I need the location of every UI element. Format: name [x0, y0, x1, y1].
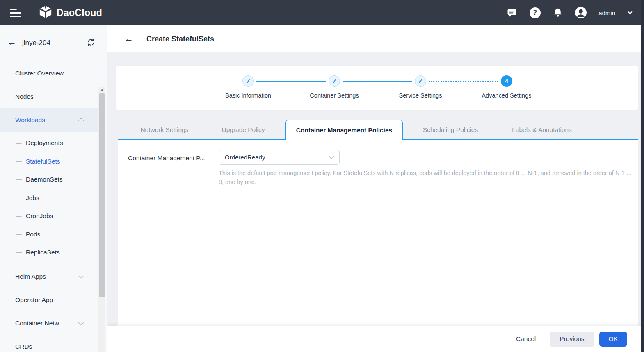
dash-icon — [16, 143, 22, 144]
user-menu-chevron-down-icon[interactable] — [628, 9, 632, 14]
sidebar-item-label: Operator App — [15, 296, 53, 304]
step-label: Service Settings — [377, 92, 464, 99]
sidebar-item-cronjobs[interactable]: CronJobs — [0, 207, 98, 225]
tab-upgrade-policy[interactable]: Upgrade Policy — [222, 120, 265, 140]
sidebar-item-deployments[interactable]: Deployments — [0, 134, 98, 152]
select-chevron-down-icon — [329, 154, 334, 159]
tab-network-settings[interactable]: Network Settings — [140, 120, 188, 140]
sidebar-item-crds[interactable]: CRDs — [0, 335, 98, 352]
tab-panel: Container Management P... OrderedReady T… — [118, 140, 638, 326]
switch-cluster-icon[interactable] — [87, 38, 95, 48]
notifications-bell-icon[interactable] — [552, 7, 564, 19]
step-label: Advanced Settings — [464, 92, 550, 99]
tab-container-management-policies[interactable]: Container Management Policies — [285, 120, 403, 140]
sidebar-item-label: StatefulSets — [26, 158, 60, 165]
container-management-policy-label: Container Management P... — [128, 154, 215, 162]
sidebar-item-replicasets[interactable]: ReplicaSets — [0, 243, 98, 262]
top-navigation-bar: DaoCloud ? admin — [0, 0, 644, 25]
select-value: OrderedReady — [225, 154, 265, 161]
tab-label: Container Management Policies — [296, 127, 392, 134]
workloads-submenu: Deployments StatefulSets DaemonSets Jobs… — [0, 132, 98, 265]
main-content: Basic Information Container Settings Ser… — [107, 52, 641, 352]
step-label: Basic Information — [205, 92, 291, 99]
cluster-name: jinye-204 — [22, 39, 50, 47]
scroll-up-arrow-icon[interactable] — [100, 89, 104, 91]
tab-label: Upgrade Policy — [222, 126, 265, 134]
sidebar-item-label: ReplicaSets — [26, 249, 60, 256]
cancel-button[interactable]: Cancel — [516, 335, 536, 343]
menu-hamburger-icon[interactable] — [10, 9, 21, 17]
chevron-down-icon — [78, 273, 84, 279]
sidebar-item-label: Pods — [26, 231, 40, 238]
step-check-icon — [329, 75, 340, 87]
page-title: Create StatefulSets — [146, 35, 214, 43]
brand-name: DaoCloud — [57, 7, 102, 18]
page-header: ← Create StatefulSets — [107, 25, 641, 52]
sidebar-item-pods[interactable]: Pods — [0, 225, 98, 244]
sidebar-item-container-network[interactable]: Container Netw... — [0, 312, 98, 335]
step-check-icon — [415, 75, 426, 87]
sidebar-item-helm-apps[interactable]: Helm Apps — [0, 265, 98, 288]
sidebar-item-jobs[interactable]: Jobs — [0, 189, 98, 207]
brand-logo[interactable]: DaoCloud — [39, 5, 102, 20]
messages-icon[interactable] — [506, 7, 518, 19]
help-icon[interactable]: ? — [529, 7, 541, 19]
sidebar-item-statefulsets[interactable]: StatefulSets — [0, 152, 98, 171]
tab-labels-annotations[interactable]: Labels & Annotations — [512, 120, 572, 140]
tab-label: Network Settings — [140, 126, 188, 134]
sidebar-item-label: Jobs — [26, 194, 39, 202]
daocloud-cube-icon — [39, 5, 53, 20]
container-management-policy-select[interactable]: OrderedReady — [219, 150, 340, 165]
dash-icon — [16, 198, 22, 199]
chevron-up-icon — [78, 118, 84, 123]
dash-icon — [16, 179, 22, 180]
step-label: Container Settings — [291, 92, 377, 99]
tab-scheduling-policies[interactable]: Scheduling Policies — [423, 120, 478, 140]
action-footer: Cancel Previous OK — [107, 326, 641, 352]
tab-label: Labels & Annotations — [512, 126, 572, 134]
stepper: Basic Information Container Settings Ser… — [205, 66, 550, 110]
sidebar-item-workloads[interactable]: Workloads — [0, 108, 98, 132]
cluster-back-arrow-icon[interactable]: ← — [7, 38, 16, 47]
step-advanced-settings[interactable]: 4 Advanced Settings — [464, 75, 550, 99]
step-connector-dotted — [429, 81, 498, 82]
page-back-arrow-icon[interactable]: ← — [124, 34, 133, 43]
sidebar-item-label: Deployments — [26, 139, 63, 147]
step-number: 4 — [501, 75, 512, 87]
sidebar-item-label: Container Netw... — [15, 320, 64, 327]
sidebar-item-label: CRDs — [15, 343, 32, 350]
ok-button[interactable]: OK — [599, 332, 627, 347]
sidebar-item-label: CronJobs — [26, 212, 53, 220]
sidebar-item-cluster-overview[interactable]: Cluster Overview — [0, 61, 98, 85]
dash-icon — [16, 252, 22, 253]
step-basic-information[interactable]: Basic Information — [205, 75, 291, 99]
dash-icon — [16, 234, 22, 235]
tab-label: Scheduling Policies — [423, 126, 478, 134]
sidebar-item-label: Cluster Overview — [15, 70, 64, 77]
chevron-down-icon — [78, 320, 84, 325]
step-connector — [256, 81, 326, 82]
sidebar-menu: Cluster Overview Nodes Workloads Deploym… — [0, 61, 98, 352]
step-service-settings[interactable]: Service Settings — [377, 75, 464, 99]
dash-icon — [16, 161, 22, 162]
step-connector — [343, 81, 412, 82]
sidebar-scrollbar-thumb[interactable] — [99, 93, 105, 297]
step-container-settings[interactable]: Container Settings — [291, 75, 377, 99]
sidebar-item-nodes[interactable]: Nodes — [0, 85, 98, 108]
sidebar-scrollbar[interactable] — [98, 87, 105, 352]
step-check-icon — [242, 75, 254, 87]
sidebar-item-label: DaemonSets — [26, 176, 63, 183]
sidebar-item-label: Helm Apps — [15, 273, 46, 280]
previous-button[interactable]: Previous — [550, 332, 594, 347]
sidebar: ← jinye-204 Cluster Overview Nodes Workl… — [0, 25, 107, 352]
dash-icon — [16, 216, 22, 217]
user-avatar[interactable] — [575, 7, 587, 19]
sidebar-cluster-header: ← jinye-204 — [0, 25, 107, 61]
username-label: admin — [598, 9, 615, 16]
tab-bar: Network Settings Upgrade Policy Containe… — [118, 120, 638, 140]
sidebar-item-daemonsets[interactable]: DaemonSets — [0, 170, 98, 189]
sidebar-item-label: Nodes — [15, 93, 34, 100]
page-scrollbar[interactable] — [641, 0, 644, 352]
stepper-card: Basic Information Container Settings Ser… — [116, 66, 638, 110]
sidebar-item-operator-app[interactable]: Operator App — [0, 288, 98, 312]
